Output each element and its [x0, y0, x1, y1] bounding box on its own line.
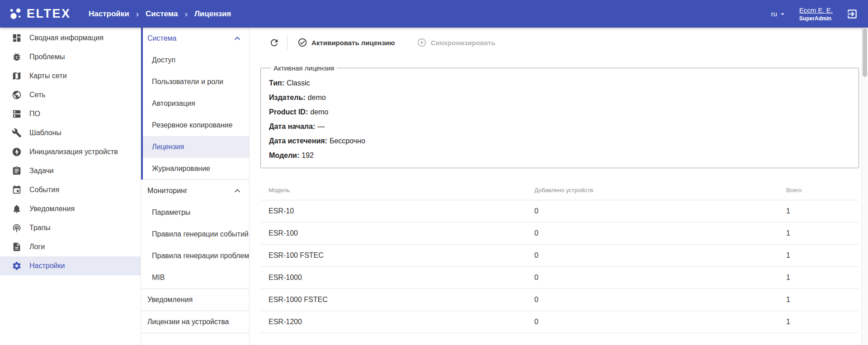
sidebar-item-label: Логи: [29, 243, 45, 251]
document-icon: [12, 242, 22, 252]
submenu-item-problem-rules[interactable]: Правила генерации проблем: [143, 245, 249, 267]
sidebar-item-software[interactable]: ПО: [0, 104, 141, 123]
submenu-item-backup[interactable]: Резервное копирование: [143, 114, 249, 136]
check-circle-icon: [297, 38, 307, 47]
sidebar-item-problems[interactable]: Проблемы: [0, 47, 141, 66]
field-label: Дата начала:: [269, 123, 315, 130]
submenu-item-license[interactable]: Лицензия: [143, 136, 249, 158]
table-row: ESR-100 FSTEC 0 1: [260, 245, 859, 267]
clipboard-icon: [12, 166, 22, 176]
table-row: ESR-1200 0 1: [260, 311, 859, 333]
submenu-header-system[interactable]: Система: [143, 28, 249, 49]
sidebar-item-logs[interactable]: Логи: [0, 237, 141, 256]
divider: [287, 35, 288, 50]
sidebar-item-tasks[interactable]: Задачи: [0, 161, 141, 180]
submenu-item-access[interactable]: Доступ: [143, 49, 249, 71]
model-cell: ESR-1000 FSTEC: [260, 289, 534, 311]
field-value: —: [317, 123, 325, 130]
total-cell: 1: [786, 267, 859, 289]
submenu-section-device-licenses[interactable]: Лицензии на устройства: [141, 311, 249, 333]
calendar-icon: [12, 185, 22, 195]
submenu-item-users-roles[interactable]: Пользователи и роли: [143, 71, 249, 93]
field-label: Модели:: [269, 151, 299, 159]
column-header-model: Модель: [260, 180, 534, 200]
vertical-scrollbar[interactable]: [861, 28, 868, 345]
submenu-section-system: Система Доступ Пользователи и роли Автор…: [141, 28, 249, 180]
active-license-legend: Активная лицензия: [271, 64, 337, 72]
field-value: Бессрочно: [330, 137, 365, 145]
refresh-icon: [269, 38, 279, 48]
added-cell: 0: [534, 267, 786, 289]
sidebar-item-device-init[interactable]: Инициализация устройств: [0, 142, 141, 161]
breadcrumb-license[interactable]: Лицензия: [194, 9, 231, 19]
total-cell: 1: [786, 311, 859, 333]
breadcrumb-system[interactable]: Система: [146, 9, 178, 19]
bolt-icon: [12, 147, 22, 157]
sidebar-item-label: Задачи: [29, 167, 54, 175]
user-name: Eccm E. E.: [799, 6, 833, 14]
column-header-total: Всего: [786, 180, 859, 200]
chevron-right-icon: ›: [136, 9, 139, 19]
submenu-section-notifications[interactable]: Уведомления: [141, 289, 249, 311]
added-cell: 0: [534, 200, 786, 222]
added-cell: 0: [534, 245, 786, 267]
column-header-added-devices: Добавлено устройств: [534, 180, 786, 200]
scrollbar-thumb[interactable]: [863, 29, 867, 77]
table-row: ESR-100 0 1: [260, 222, 859, 245]
added-cell: 0: [534, 222, 786, 245]
model-cell: ESR-1000: [260, 267, 534, 289]
activate-license-button[interactable]: Активировать лицензию: [296, 35, 397, 50]
submenu-section-monitoring: Мониторинг Параметры Правила генерации с…: [141, 180, 249, 288]
field-value: demo: [310, 108, 328, 116]
table-row: ESR-1000 FSTEC 0 1: [260, 289, 859, 311]
sidebar-item-label: Настройки: [29, 262, 65, 270]
field-value: demo: [308, 94, 326, 101]
license-field-models: Модели:192: [269, 151, 850, 160]
chevron-up-icon: [232, 33, 243, 44]
main-content: Активировать лицензию Синхронизировать А…: [250, 28, 868, 345]
submenu-item-parameters[interactable]: Параметры: [143, 202, 249, 223]
field-label: Издатель:: [269, 94, 306, 101]
user-menu[interactable]: Eccm E. E. SuperAdmin: [799, 6, 833, 22]
language-selector[interactable]: ru: [771, 10, 786, 18]
sidebar-item-traps[interactable]: Трапы: [0, 218, 141, 237]
logo-text: ELTEX: [27, 7, 71, 21]
synchronize-button: Синхронизировать: [415, 35, 497, 50]
logout-button[interactable]: [845, 7, 859, 21]
submenu-item-event-rules[interactable]: Правила генерации событий: [143, 223, 249, 245]
sidebar-item-label: Сеть: [29, 91, 46, 99]
server-icon: [12, 109, 22, 119]
total-cell: 1: [786, 245, 859, 267]
sidebar-item-network-maps[interactable]: Карты сети: [0, 66, 141, 85]
sidebar-item-summary[interactable]: Сводная информация: [0, 28, 141, 47]
globe-icon: [12, 90, 22, 100]
model-cell: ESR-10: [260, 200, 534, 222]
user-role: SuperAdmin: [799, 15, 833, 22]
eltex-logo-icon: [9, 7, 23, 21]
sidebar-item-network[interactable]: Сеть: [0, 85, 141, 104]
refresh-button[interactable]: [267, 35, 282, 50]
sidebar-item-events[interactable]: События: [0, 180, 141, 199]
sidebar-item-templates[interactable]: Шаблоны: [0, 123, 141, 142]
license-field-start-date: Дата начала:—: [269, 123, 850, 131]
sidebar-item-label: ПО: [29, 110, 40, 118]
model-cell: ESR-100 FSTEC: [260, 245, 534, 267]
sidebar-item-label: Сводная информация: [29, 34, 104, 42]
settings-submenu: Система Доступ Пользователи и роли Автор…: [141, 28, 250, 345]
eltex-logo[interactable]: ELTEX: [0, 7, 77, 21]
sidebar-item-label: Карты сети: [29, 72, 67, 80]
main-sidebar: Сводная информация Проблемы Карты сети С…: [0, 28, 141, 345]
submenu-header-monitoring[interactable]: Мониторинг: [143, 180, 249, 202]
sidebar-item-label: События: [29, 186, 59, 194]
breadcrumb-settings[interactable]: Настройки: [89, 9, 129, 19]
sidebar-item-notifications[interactable]: Уведомления: [0, 199, 141, 218]
model-cell: ESR-100: [260, 222, 534, 245]
table-row: ESR-1000 0 1: [260, 267, 859, 289]
submenu-item-mib[interactable]: MIB: [143, 267, 249, 288]
submenu-item-logging[interactable]: Журналирование: [143, 158, 249, 180]
license-field-publisher: Издатель:demo: [269, 94, 850, 102]
field-value: Classic: [287, 79, 310, 87]
submenu-item-authorization[interactable]: Авторизация: [143, 93, 249, 114]
sidebar-item-settings[interactable]: Настройки: [0, 256, 141, 275]
model-cell: ESR-1200: [260, 311, 534, 333]
